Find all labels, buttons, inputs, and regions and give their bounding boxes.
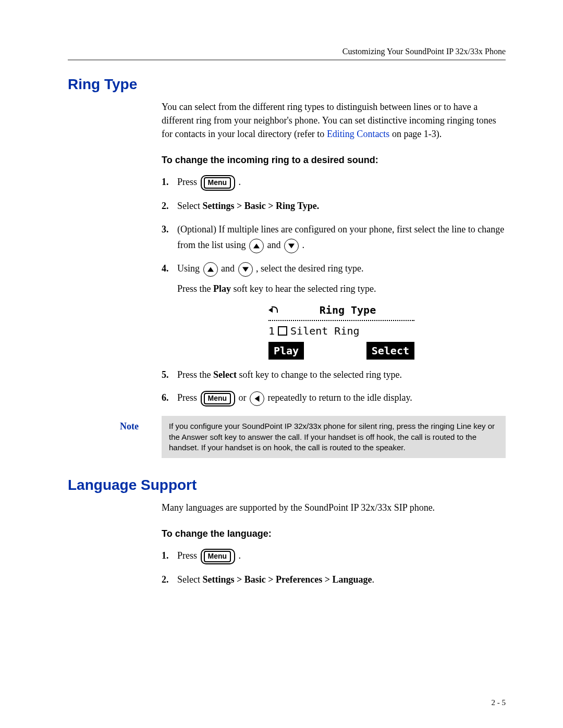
step5-post: soft key to change to the selected ring …: [237, 369, 402, 380]
step4-line2: Press the Play soft key to hear the sele…: [177, 281, 506, 297]
step3-end: .: [302, 240, 305, 250]
arrow-left-icon: [250, 391, 264, 406]
subhead-change-language: To change the language:: [162, 527, 506, 540]
page: Customizing Your SoundPoint IP 32x/33x P…: [0, 0, 563, 728]
step-4: Using and , select the desired ring type…: [162, 261, 506, 359]
arrow-up-icon: [203, 262, 218, 277]
intro-paragraph: You can select from the different ring t…: [162, 100, 506, 141]
lcd-row-text: Silent Ring: [290, 322, 359, 340]
arrow-down-icon: [238, 262, 253, 277]
menu-button-label: Menu: [204, 177, 231, 189]
lang-step-1: Press Menu .: [162, 548, 506, 564]
language-body: Many languages are supported by the Soun…: [162, 501, 506, 588]
step6-or: or: [239, 392, 249, 403]
lcd-back-icon: [268, 305, 278, 315]
lcd-title-row: Ring Type: [268, 301, 414, 321]
step3-and: and: [267, 240, 284, 250]
step2-pre: Select: [177, 201, 202, 211]
lcd-softkey-select: Select: [366, 342, 414, 360]
running-head: Customizing Your SoundPoint IP 32x/33x P…: [68, 47, 506, 56]
step4-b: , select the desired ring type.: [256, 263, 363, 274]
menu-button-icon: Menu: [201, 391, 236, 406]
menu-button-icon: Menu: [201, 549, 236, 564]
step-5: Press the Select soft key to change to t…: [162, 367, 506, 383]
step4-a: Using: [177, 263, 202, 274]
step2-path: Settings > Basic > Ring Type.: [202, 201, 319, 211]
lcd-checkbox-icon: [278, 326, 287, 336]
intro-post: on page 1-3).: [389, 129, 442, 139]
lang-step2-post: .: [372, 574, 375, 585]
menu-button-icon: Menu: [201, 175, 236, 191]
steps-ring-type: Press Menu . Select Settings > Basic > R…: [162, 174, 506, 406]
menu-button-label: Menu: [204, 393, 231, 404]
step6-post: repeatedly to return to the idle display…: [268, 392, 412, 403]
language-intro: Many languages are supported by the Soun…: [162, 501, 506, 514]
step-1: Press Menu .: [162, 174, 506, 191]
step4-and: and: [221, 263, 237, 274]
step-3: (Optional) If multiple lines are configu…: [162, 221, 506, 253]
note-block: Note If you configure your SoundPoint IP…: [120, 416, 506, 458]
header-rule: [68, 59, 506, 60]
step-2: Select Settings > Basic > Ring Type.: [162, 198, 506, 214]
ring-type-body: You can select from the different ring t…: [162, 100, 506, 406]
lang-step1-pre: Press: [177, 550, 200, 561]
step5-bold: Select: [213, 369, 237, 380]
lang-step1-post: .: [239, 550, 241, 561]
heading-ring-type: Ring Type: [68, 76, 506, 93]
step6-pre: Press: [177, 392, 200, 403]
lcd-title: Ring Type: [281, 301, 414, 319]
lcd-softkey-play: Play: [268, 342, 304, 360]
subhead-change-ring: To change the incoming ring to a desired…: [162, 153, 506, 167]
arrow-down-icon: [284, 239, 299, 253]
step3-a: (Optional) If multiple lines are configu…: [177, 224, 504, 251]
lcd-screenshot: Ring Type 1 Silent Ring Play Select: [268, 301, 414, 360]
step4c-pre: Press the: [177, 283, 213, 294]
link-editing-contacts[interactable]: Editing Contacts: [327, 129, 390, 139]
step4c-post: soft key to hear the selected ring type.: [231, 283, 376, 294]
lcd-row-1: 1 Silent Ring: [268, 321, 414, 341]
step5-pre: Press the: [177, 369, 213, 380]
step1-pre: Press: [177, 177, 200, 187]
lcd-row-num: 1: [268, 322, 275, 340]
note-text: If you configure your SoundPoint IP 32x/…: [162, 416, 506, 458]
lang-step2-path: Settings > Basic > Preferences > Languag…: [202, 574, 372, 585]
note-label: Note: [120, 416, 162, 458]
steps-language: Press Menu . Select Settings > Basic > P…: [162, 548, 506, 587]
lang-step2-pre: Select: [177, 574, 202, 585]
arrow-up-icon: [249, 239, 264, 253]
menu-button-label: Menu: [204, 551, 231, 562]
step1-post: .: [239, 177, 241, 187]
lang-step-2: Select Settings > Basic > Preferences > …: [162, 572, 506, 588]
heading-language-support: Language Support: [68, 477, 506, 493]
step4c-bold: Play: [213, 283, 231, 294]
step-6: Press Menu or repeatedly to return to th…: [162, 390, 506, 406]
page-number: 2 - 5: [492, 698, 506, 707]
lcd-softkeys: Play Select: [268, 342, 414, 360]
